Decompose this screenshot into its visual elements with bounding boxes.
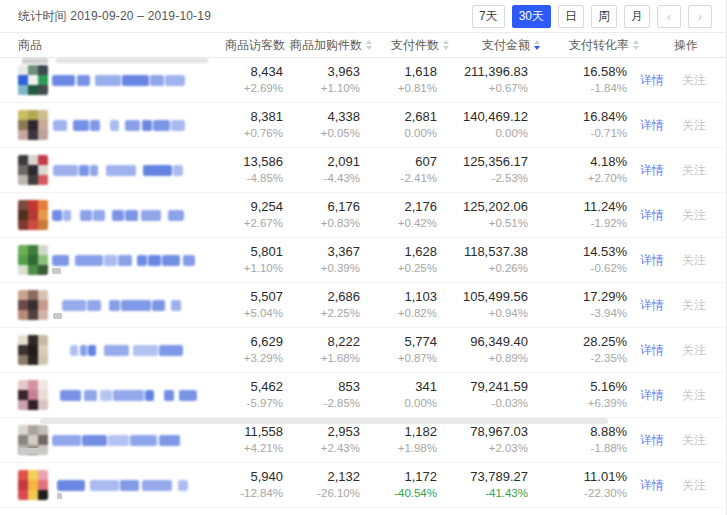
table-row: 5,462 -5.97% 853 -2.85% 341 0.00% 79,241…: [0, 373, 726, 418]
conversion-value: 11.01%: [528, 469, 627, 485]
visitors-value: 5,507: [210, 289, 283, 305]
pay-amount-cell: 140,469.12 0.00%: [437, 109, 528, 141]
visitors-cell: 9,254 +2.67%: [210, 199, 283, 231]
product-name-redacted[interactable]: [60, 390, 197, 401]
conversion-value: 28.25%: [528, 334, 627, 350]
product-cell: [18, 103, 210, 147]
addcart-cell: 6,176 +0.83%: [283, 199, 360, 231]
table-row: 11,558 +4.21% 2,953 +2.43% 1,182 +1.98% …: [0, 418, 726, 463]
detail-link[interactable]: 详情: [640, 297, 664, 314]
visitors-change: -12.84%: [210, 486, 283, 501]
conversion-value: 17.29%: [528, 289, 627, 305]
stat-time-prefix: 统计时间: [18, 9, 67, 23]
addcart-value: 3,963: [283, 64, 360, 80]
pay-items-value: 1,182: [360, 424, 437, 440]
column-header-conversion[interactable]: 支付转化率: [528, 37, 627, 54]
pay-amount-change: -2.53%: [437, 171, 528, 186]
prev-page-icon[interactable]: ‹: [657, 5, 681, 28]
conversion-value: 16.58%: [528, 64, 627, 80]
table-row: 8,381 +0.76% 4,338 +0.05% 2,681 0.00% 14…: [0, 103, 726, 148]
product-thumbnail[interactable]: [18, 290, 48, 320]
product-name-redacted[interactable]: [70, 345, 187, 356]
product-thumbnail[interactable]: [18, 200, 48, 230]
product-name-redacted[interactable]: [53, 120, 185, 131]
addcart-cell: 2,091 -4.43%: [283, 154, 360, 186]
product-thumbnail[interactable]: [18, 380, 48, 410]
detail-link[interactable]: 详情: [640, 342, 664, 359]
product-name-redacted[interactable]: [53, 165, 183, 176]
actions-cell: 详情 关注: [627, 117, 711, 134]
product-name-redacted[interactable]: [52, 435, 187, 446]
follow-link[interactable]: 关注: [682, 477, 706, 494]
conversion-change: -0.71%: [528, 126, 627, 141]
conversion-change: +2.70%: [528, 171, 627, 186]
stat-time-label: 统计时间 2019-09-20 – 2019-10-19: [18, 8, 211, 25]
scrolled-row-remnant: [22, 58, 208, 64]
range-button-day[interactable]: 日: [558, 5, 584, 28]
follow-link[interactable]: 关注: [682, 207, 706, 224]
pay-items-value: 2,176: [360, 199, 437, 215]
actions-cell: 详情 关注: [627, 432, 711, 449]
product-thumbnail[interactable]: [18, 335, 48, 365]
pay-items-value: 1,618: [360, 64, 437, 80]
range-button-30d[interactable]: 30天: [512, 5, 551, 28]
detail-link[interactable]: 详情: [640, 117, 664, 134]
column-header-pay-amount[interactable]: 支付金额: [437, 37, 528, 54]
product-thumbnail[interactable]: [18, 110, 48, 140]
product-name-redacted[interactable]: [52, 255, 195, 266]
column-header-addcart[interactable]: 商品加购件数: [283, 37, 360, 54]
visitors-cell: 11,558 +4.21%: [210, 424, 283, 456]
actions-cell: 详情 关注: [627, 72, 711, 89]
pay-amount-cell: 125,202.06 +0.51%: [437, 199, 528, 231]
product-cell: [18, 463, 210, 507]
product-thumbnail[interactable]: [18, 470, 48, 500]
column-header-visitors[interactable]: 商品访客数: [210, 37, 283, 54]
visitors-change: +4.21%: [210, 441, 283, 456]
addcart-cell: 4,338 +0.05%: [283, 109, 360, 141]
column-header-pay-items[interactable]: 支付件数: [360, 37, 437, 54]
addcart-value: 8,222: [283, 334, 360, 350]
pay-items-value: 1,103: [360, 289, 437, 305]
addcart-cell: 3,963 +1.10%: [283, 64, 360, 96]
follow-link[interactable]: 关注: [682, 297, 706, 314]
range-button-month[interactable]: 月: [624, 5, 650, 28]
detail-link[interactable]: 详情: [640, 252, 664, 269]
detail-link[interactable]: 详情: [640, 477, 664, 494]
follow-link[interactable]: 关注: [682, 387, 706, 404]
product-name-redacted[interactable]: [62, 300, 187, 311]
detail-link[interactable]: 详情: [640, 387, 664, 404]
detail-link[interactable]: 详情: [640, 432, 664, 449]
pay-items-change: 0.00%: [360, 126, 437, 141]
range-button-week[interactable]: 周: [591, 5, 617, 28]
detail-link[interactable]: 详情: [640, 207, 664, 224]
product-name-redacted[interactable]: [52, 75, 185, 86]
product-name-redacted[interactable]: [57, 480, 188, 491]
conversion-cell: 16.58% -1.84%: [528, 64, 627, 96]
product-thumbnail[interactable]: [18, 65, 48, 95]
pay-amount-change: -0.03%: [437, 396, 528, 411]
follow-link[interactable]: 关注: [682, 432, 706, 449]
visitors-change: +2.69%: [210, 81, 283, 96]
pay-amount-cell: 79,241.59 -0.03%: [437, 379, 528, 411]
product-thumbnail[interactable]: [18, 245, 48, 275]
range-button-7d[interactable]: 7天: [472, 5, 505, 28]
product-name-redacted-line2: [57, 493, 62, 499]
follow-link[interactable]: 关注: [682, 72, 706, 89]
follow-link[interactable]: 关注: [682, 252, 706, 269]
pay-items-change: +0.82%: [360, 306, 437, 321]
addcart-change: +0.05%: [283, 126, 360, 141]
next-page-icon[interactable]: ›: [688, 5, 712, 28]
follow-link[interactable]: 关注: [682, 342, 706, 359]
visitors-change: -4.85%: [210, 171, 283, 186]
conversion-value: 5.16%: [528, 379, 627, 395]
pay-items-cell: 2,681 0.00%: [360, 109, 437, 141]
product-thumbnail[interactable]: [18, 155, 48, 185]
follow-link[interactable]: 关注: [682, 162, 706, 179]
pay-items-change: -2.41%: [360, 171, 437, 186]
visitors-value: 9,254: [210, 199, 283, 215]
detail-link[interactable]: 详情: [640, 72, 664, 89]
product-name-redacted[interactable]: [52, 210, 184, 221]
follow-link[interactable]: 关注: [682, 117, 706, 134]
pay-amount-value: 105,499.56: [437, 289, 528, 305]
detail-link[interactable]: 详情: [640, 162, 664, 179]
